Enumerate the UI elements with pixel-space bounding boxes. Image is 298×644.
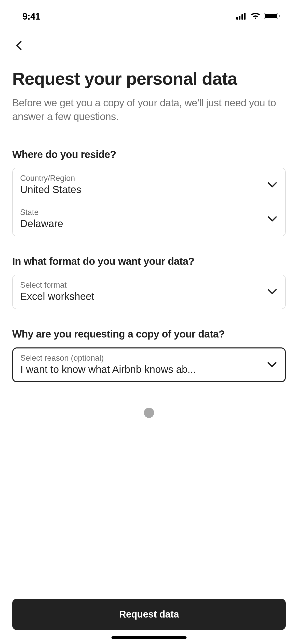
country-select[interactable]: Country/Region United States: [12, 168, 286, 202]
back-button[interactable]: [11, 38, 27, 53]
svg-rect-2: [241, 14, 243, 20]
svg-rect-5: [265, 14, 277, 18]
chevron-down-icon: [266, 359, 278, 370]
svg-rect-0: [236, 17, 238, 20]
format-label: Select format: [20, 281, 262, 290]
loading-indicator: [144, 408, 154, 418]
reason-select[interactable]: Select reason (optional) I want to know …: [13, 348, 285, 381]
svg-rect-1: [239, 16, 240, 20]
status-bar: 9:41: [0, 0, 298, 33]
svg-rect-3: [244, 13, 246, 20]
country-value: United States: [20, 184, 262, 195]
residence-field-group: Country/Region United States State Delaw…: [12, 168, 286, 236]
status-time: 9:41: [22, 11, 40, 22]
state-select[interactable]: State Delaware: [12, 202, 286, 236]
chevron-left-icon: [15, 40, 23, 51]
reason-label: Select reason (optional): [20, 354, 261, 363]
state-label: State: [20, 208, 262, 217]
svg-rect-6: [279, 15, 280, 17]
reason-field-group: Select reason (optional) I want to know …: [12, 347, 286, 382]
state-value: Delaware: [20, 218, 262, 229]
reason-heading: Why are you requesting a copy of your da…: [12, 328, 286, 340]
footer: Request data: [0, 591, 298, 644]
reason-value: I want to know what Airbnb knows ab...: [20, 364, 261, 375]
request-data-button[interactable]: Request data: [12, 599, 286, 630]
chevron-down-icon: [267, 213, 278, 224]
country-label: Country/Region: [20, 174, 262, 183]
home-indicator[interactable]: [112, 636, 187, 639]
battery-icon: [264, 12, 280, 21]
format-heading: In what format do you want your data?: [12, 256, 286, 267]
page-title: Request your personal data: [12, 69, 286, 89]
format-value: Excel worksheet: [20, 291, 262, 302]
residence-heading: Where do you reside?: [12, 149, 286, 160]
format-select[interactable]: Select format Excel worksheet: [12, 275, 286, 309]
chevron-down-icon: [267, 179, 278, 190]
status-indicators: [236, 12, 280, 21]
page-subtitle: Before we get you a copy of your data, w…: [12, 96, 286, 123]
chevron-down-icon: [267, 286, 278, 297]
format-field-group: Select format Excel worksheet: [12, 275, 286, 309]
cellular-icon: [236, 12, 247, 21]
wifi-icon: [250, 12, 261, 21]
nav-bar: [0, 33, 298, 58]
